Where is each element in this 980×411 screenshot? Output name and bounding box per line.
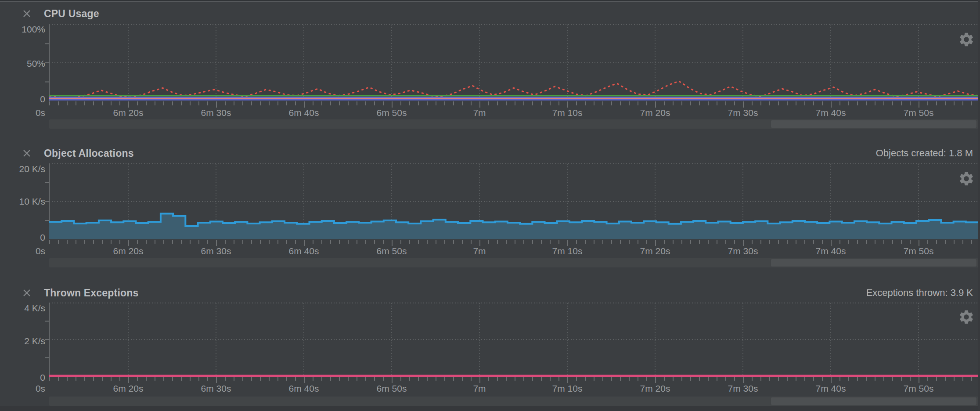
y-axis-label: 0 — [0, 232, 45, 243]
x-axis-label: 7m 50s — [904, 245, 934, 257]
x-axis-label: 7m 40s — [816, 107, 846, 119]
timeline-scrollbar[interactable] — [49, 119, 978, 129]
scrollbar-thumb[interactable] — [771, 259, 977, 267]
x-axis-label: 7m 50s — [904, 383, 934, 394]
x-axis-label: 6m 40s — [289, 383, 319, 394]
timeline-scrollbar[interactable] — [49, 258, 978, 267]
x-axis-label: 7m 40s — [816, 245, 846, 257]
x-axis-label: 7m 30s — [728, 245, 758, 257]
x-axis-label: 6m 20s — [113, 383, 144, 394]
close-x-glyph — [22, 288, 31, 297]
settings-gear-icon[interactable] — [958, 309, 975, 325]
x-axis-label: 0s — [36, 107, 45, 119]
cpu-usage-title: CPU Usage — [44, 8, 99, 20]
cpu-usage-chart[interactable] — [45, 25, 979, 101]
x-axis-label: 7m — [473, 107, 486, 119]
right-edge — [978, 0, 980, 411]
x-axis-label: 7m — [473, 245, 486, 257]
y-axis-label: 10 K/s — [0, 196, 45, 207]
x-axis-label: 7m 20s — [640, 107, 670, 119]
timeline-scrollbar[interactable] — [49, 397, 978, 406]
x-axis-label: 6m 30s — [201, 107, 231, 119]
profiler-telemetry-view: CPU Usage Object Allocations Objects cre… — [0, 0, 980, 411]
x-axis-label: 6m 50s — [377, 245, 407, 257]
x-axis-label: 7m 20s — [640, 383, 670, 394]
major-ticks-row — [49, 377, 978, 383]
x-axis-label: 7m 10s — [552, 383, 583, 394]
x-axis-label: 6m 50s — [377, 383, 407, 394]
y-axis-label: 4 K/s — [0, 303, 45, 314]
x-axis-label: 6m 30s — [201, 245, 231, 257]
bottom-divider — [0, 406, 980, 411]
charts-canvas[interactable] — [0, 0, 980, 411]
close-icon[interactable] — [21, 8, 32, 19]
close-icon[interactable] — [21, 287, 32, 299]
x-axis-label: 6m 30s — [201, 383, 231, 394]
gear-glyph — [958, 31, 975, 48]
x-axis-label: 7m 20s — [640, 245, 670, 257]
x-axis-label: 7m 10s — [552, 245, 583, 257]
x-axis-label: 7m 30s — [728, 107, 758, 119]
x-axis-label: 7m — [473, 383, 486, 394]
x-axis-label: 6m 50s — [377, 107, 407, 119]
major-ticks-row — [49, 101, 978, 108]
exceptions-thrown-stat: Exceptions thrown: 3.9 K — [866, 287, 973, 299]
close-x-glyph — [22, 149, 31, 158]
y-axis-label: 100% — [0, 24, 45, 35]
x-axis-label: 7m 10s — [552, 107, 583, 119]
y-axis-label: 0 — [0, 94, 45, 105]
thrown-exceptions-title: Thrown Exceptions — [44, 287, 139, 299]
x-axis-label: 7m 30s — [728, 383, 758, 394]
objects-created-stat: Objects created: 1.8 M — [876, 148, 973, 159]
y-axis-label: 2 K/s — [0, 335, 45, 347]
close-x-glyph — [22, 9, 31, 18]
x-axis-label: 0s — [36, 383, 45, 394]
scrollbar-thumb[interactable] — [771, 397, 977, 405]
x-axis-label: 6m 40s — [289, 245, 319, 257]
y-axis-label: 0 — [0, 372, 45, 383]
y-axis-label: 50% — [0, 58, 45, 69]
x-axis-label: 7m 50s — [904, 107, 934, 119]
object-allocations-chart[interactable] — [45, 164, 979, 239]
settings-gear-icon[interactable] — [958, 170, 975, 187]
close-icon[interactable] — [21, 148, 32, 159]
scrollbar-thumb[interactable] — [771, 120, 977, 128]
y-axis-label: 20 K/s — [0, 163, 45, 175]
x-axis-label: 6m 20s — [113, 107, 144, 119]
settings-gear-icon[interactable] — [958, 31, 975, 48]
x-axis-label: 7m 40s — [816, 383, 846, 394]
x-axis-label: 6m 40s — [289, 107, 319, 119]
gear-glyph — [958, 170, 975, 187]
object-allocations-title: Object Allocations — [44, 148, 134, 159]
gear-glyph — [958, 309, 975, 325]
thrown-exceptions-chart[interactable] — [45, 303, 979, 376]
x-axis-label: 6m 20s — [113, 245, 144, 257]
x-axis-label: 0s — [36, 245, 45, 257]
major-ticks-row — [49, 240, 978, 246]
